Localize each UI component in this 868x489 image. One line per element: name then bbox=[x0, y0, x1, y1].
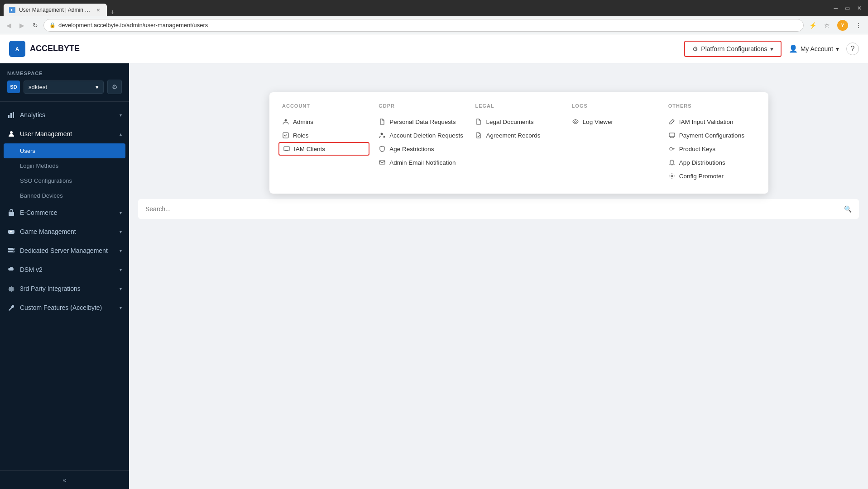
secure-icon: 🔒 bbox=[49, 22, 56, 28]
sidebar-item-dedicated-server[interactable]: Dedicated Server Management ▾ bbox=[0, 241, 129, 260]
dropdown-item-agreement-records[interactable]: Agreement Records bbox=[475, 128, 562, 142]
more-button[interactable]: ⋮ bbox=[853, 20, 864, 31]
sidebar-sub-item-login-methods-label: Login Methods bbox=[20, 162, 58, 169]
sidebar-item-dedicated-server-left: Dedicated Server Management bbox=[7, 247, 108, 255]
sidebar-item-dedicated-server-label: Dedicated Server Management bbox=[20, 247, 108, 254]
bookmark-button[interactable]: ☆ bbox=[821, 20, 833, 31]
dropdown-item-legal-documents[interactable]: Legal Documents bbox=[475, 115, 562, 128]
close-window-button[interactable]: ✕ bbox=[854, 3, 864, 13]
minimize-button[interactable]: ─ bbox=[831, 3, 840, 13]
dropdown-col-legal: LEGAL Legal Documents Agreement Records bbox=[475, 103, 571, 183]
dropdown-col-gdpr-header: GDPR bbox=[379, 103, 466, 109]
3rd-party-chevron-icon: ▾ bbox=[120, 286, 122, 291]
extensions-button[interactable]: ⚡ bbox=[806, 20, 820, 31]
sidebar-sub-item-sso-label: SSO Configurations bbox=[20, 177, 72, 184]
dropdown-col-account: ACCOUNT Admins Roles bbox=[282, 103, 379, 183]
address-bar[interactable]: 🔒 development.accelbyte.io/admin/user-ma… bbox=[43, 19, 804, 32]
namespace-dropdown[interactable]: sdktest ▾ bbox=[24, 81, 104, 94]
dropdown-item-account-deletion[interactable]: Account Deletion Requests bbox=[379, 128, 466, 142]
dropdown-item-admin-email[interactable]: Admin Email Notification bbox=[379, 156, 466, 169]
device-icon bbox=[283, 145, 290, 152]
svg-point-15 bbox=[285, 119, 287, 122]
sidebar-item-game-management[interactable]: Game Management ▾ bbox=[0, 222, 129, 241]
svg-point-18 bbox=[381, 133, 383, 135]
sidebar-item-dsm-v2-left: DSM v2 bbox=[7, 266, 43, 274]
platform-config-button[interactable]: ⚙ Platform Configurations ▾ bbox=[684, 41, 781, 57]
shield-icon bbox=[379, 145, 386, 152]
namespace-name: sdktest bbox=[29, 84, 47, 90]
svg-rect-5 bbox=[10, 113, 12, 118]
sidebar-item-custom-features[interactable]: Custom Features (Accelbyte) ▾ bbox=[0, 298, 129, 317]
file-check-icon bbox=[475, 132, 482, 139]
sidebar-item-user-management[interactable]: User Management ▴ bbox=[0, 124, 129, 143]
profile-button[interactable]: Y bbox=[834, 18, 851, 33]
url-text: development.accelbyte.io/admin/user-mana… bbox=[58, 22, 798, 28]
app-container: A ACCELBYTE ⚙ Platform Configurations ▾ … bbox=[0, 34, 868, 489]
sidebar-sub-item-banned-devices[interactable]: Banned Devices bbox=[0, 188, 129, 203]
dropdown-item-personal-data[interactable]: Personal Data Requests bbox=[379, 115, 466, 128]
dropdown-item-iam-input-validation[interactable]: IAM Input Validation bbox=[668, 115, 756, 128]
reload-button[interactable]: ↻ bbox=[30, 20, 41, 31]
person-x-icon bbox=[379, 132, 386, 139]
settings-icon bbox=[668, 172, 676, 180]
search-icon[interactable]: 🔍 bbox=[844, 205, 852, 213]
svg-rect-16 bbox=[283, 133, 288, 138]
dropdown-item-age-restrictions-label: Age Restrictions bbox=[389, 146, 434, 152]
chevron-down-icon: ▾ bbox=[770, 45, 773, 52]
namespace-chevron-icon: ▾ bbox=[96, 84, 99, 90]
gear-icon: ⚙ bbox=[692, 45, 698, 52]
sidebar-sub-item-users[interactable]: Users bbox=[4, 143, 125, 158]
new-tab-button[interactable]: + bbox=[107, 8, 118, 16]
sidebar-sub-item-sso[interactable]: SSO Configurations bbox=[0, 173, 129, 188]
sidebar-item-user-management-left: User Management bbox=[7, 130, 72, 138]
sidebar-item-user-management-label: User Management bbox=[20, 130, 72, 138]
active-tab: U User Management | Admin Portal ✕ bbox=[4, 4, 107, 16]
maximize-button[interactable]: ▭ bbox=[842, 3, 853, 13]
server-icon bbox=[7, 247, 15, 255]
dropdown-col-others-header: OTHERS bbox=[668, 103, 756, 109]
dropdown-item-iam-clients[interactable]: IAM Clients bbox=[278, 142, 369, 156]
namespace-settings-button[interactable]: ⚙ bbox=[107, 80, 122, 94]
sidebar-item-analytics[interactable]: Analytics ▾ bbox=[0, 105, 129, 124]
dsm-v2-chevron-icon: ▾ bbox=[120, 267, 122, 272]
back-button[interactable]: ◀ bbox=[4, 20, 14, 31]
dropdown-col-logs: LOGS Log Viewer bbox=[572, 103, 668, 183]
help-button[interactable]: ? bbox=[846, 43, 859, 55]
dropdown-col-account-header: ACCOUNT bbox=[282, 103, 369, 109]
svg-rect-17 bbox=[284, 147, 289, 151]
page-content: ACCOUNT Admins Roles bbox=[129, 63, 868, 489]
forward-button[interactable]: ▶ bbox=[17, 20, 27, 31]
dropdown-item-app-distributions-label: App Distributions bbox=[679, 159, 725, 166]
eye-icon bbox=[572, 118, 579, 125]
analytics-chevron-icon: ▾ bbox=[120, 113, 122, 118]
platform-config-dropdown: ACCOUNT Admins Roles bbox=[269, 92, 768, 194]
sidebar-item-ecommerce[interactable]: E-Commerce ▾ bbox=[0, 203, 129, 222]
browser-toolbar: ◀ ▶ ↻ 🔒 development.accelbyte.io/admin/u… bbox=[0, 16, 868, 34]
sidebar-collapse-button[interactable]: « bbox=[0, 470, 129, 489]
my-account-button[interactable]: 👤 My Account ▾ bbox=[789, 44, 839, 53]
namespace-section: NAMESPACE SD sdktest ▾ ⚙ bbox=[0, 63, 129, 102]
dropdown-item-iam-clients-label: IAM Clients bbox=[294, 146, 325, 152]
dropdown-item-app-distributions[interactable]: App Distributions bbox=[668, 156, 756, 169]
dropdown-item-config-promoter[interactable]: Config Promoter bbox=[668, 169, 756, 183]
dropdown-item-personal-data-label: Personal Data Requests bbox=[389, 119, 456, 125]
sidebar-item-custom-features-left: Custom Features (Accelbyte) bbox=[7, 304, 102, 312]
sidebar-item-3rd-party-left: 3rd Party Integrations bbox=[7, 285, 81, 293]
sidebar-item-3rd-party[interactable]: 3rd Party Integrations ▾ bbox=[0, 279, 129, 298]
dropdown-item-age-restrictions[interactable]: Age Restrictions bbox=[379, 142, 466, 156]
dropdown-item-product-keys[interactable]: Product Keys bbox=[668, 142, 756, 156]
search-container: 🔍 bbox=[138, 199, 859, 219]
dropdown-item-admins-label: Admins bbox=[293, 119, 313, 125]
search-input[interactable] bbox=[145, 205, 840, 213]
toolbar-icons: ⚡ ☆ Y ⋮ bbox=[806, 18, 864, 33]
dropdown-item-payment-configurations[interactable]: Payment Configurations bbox=[668, 128, 756, 142]
cloud-icon bbox=[7, 266, 15, 274]
svg-point-14 bbox=[13, 251, 14, 252]
sidebar-sub-item-login-methods[interactable]: Login Methods bbox=[0, 158, 129, 173]
sidebar-item-dsm-v2[interactable]: DSM v2 ▾ bbox=[0, 260, 129, 279]
dropdown-item-log-viewer[interactable]: Log Viewer bbox=[572, 115, 659, 128]
tab-close-button[interactable]: ✕ bbox=[95, 7, 101, 13]
dropdown-item-admins[interactable]: Admins bbox=[282, 115, 369, 128]
svg-point-20 bbox=[575, 121, 576, 123]
dropdown-item-roles[interactable]: Roles bbox=[282, 128, 369, 142]
